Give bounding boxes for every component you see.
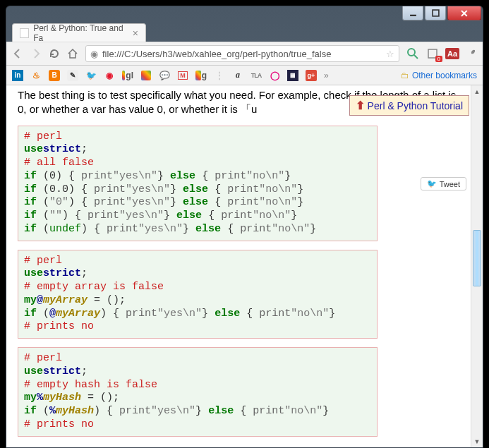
code-text: } [284,170,291,182]
code-func: print [94,196,126,208]
bookmark-gmail-icon[interactable]: M [177,70,188,81]
window-close-button[interactable]: ✕ [447,6,481,20]
bookmark-twitter-icon[interactable]: 🐦 [85,70,97,81]
code-text: } [170,183,183,195]
bookmark-google-icon[interactable] [140,70,152,81]
home-button[interactable] [67,48,78,59]
code-keyword: if [24,308,37,320]
code-string: "no\n" [284,405,322,417]
bookmarks-overflow-icon[interactable]: » [324,71,329,80]
bookmarks-bar: in ♨ B ✎ 🐦 ◉ gl 💬 M g ⋮ a TLA ◯ ▦ g+ » 🗀… [6,66,483,85]
scroll-thumb[interactable] [473,230,481,286]
code-text: } [195,405,208,417]
forward-button[interactable] [30,48,42,59]
search-icon[interactable] [406,47,419,60]
code-block-3: # perl usestrict; # empty hash is false … [18,347,378,437]
code-text: } [297,183,303,195]
code-string: "no\n" [259,183,297,195]
bookmark-flame-icon[interactable]: ♨ [30,70,42,81]
code-keyword: my [24,294,37,306]
bookmark-tla-icon[interactable]: TLA [250,70,262,81]
bookmark-pink-icon[interactable]: ◯ [269,70,280,81]
svg-point-2 [408,49,415,56]
code-keyword: else [215,308,240,320]
code-sigil: @ [37,294,43,306]
scroll-down-button[interactable]: ▼ [471,435,483,447]
code-block-2: # perl usestrict; # empty array is false… [18,250,378,339]
code-func: print [215,170,246,182]
code-text: { [221,223,240,235]
code-string: "no\n" [272,223,310,235]
code-text: } [157,170,170,182]
code-text: } [310,223,316,235]
code-text: { [202,210,221,222]
code-text: ) { [68,183,94,195]
window-maximize-button[interactable] [425,6,446,20]
window-titlebar: ✕ [6,6,483,22]
code-text: = (); [81,392,119,404]
tweet-button[interactable]: 🐦 Tweet [421,177,466,190]
code-string: "no\n" [259,196,297,208]
folder-icon: 🗀 [401,71,409,80]
aa-extension-icon[interactable]: Aa [446,47,459,60]
other-bookmarks-button[interactable]: 🗀 Other bookmarks [401,71,477,80]
browser-tab[interactable]: Perl & Python: True and Fa × [12,23,146,42]
code-text: } [322,405,329,417]
code-func: print [107,223,138,235]
code-keyword: if [24,170,37,182]
bookmark-star-icon[interactable]: ☆ [386,49,394,59]
tutorial-nav-link[interactable]: Perl & Python Tutorial [368,100,463,111]
scroll-up-button[interactable]: ▲ [471,85,483,97]
code-string: "yes\n" [119,210,164,222]
bookmark-weibo-icon[interactable]: ◉ [104,70,115,81]
code-text: } [202,308,215,320]
wrench-menu-button[interactable] [466,48,477,59]
code-text: { [208,196,227,208]
window-minimize-button[interactable] [402,6,423,20]
tutorial-nav-box[interactable]: ⬆ Perl & Python Tutorial [349,95,469,116]
code-text: } [164,210,176,222]
code-func: print [87,210,119,222]
code-text: { [240,308,259,320]
code-keyword: else [183,196,208,208]
code-func: print [126,308,157,320]
bookmark-dark-icon[interactable]: ▦ [287,70,298,81]
code-keyword: use [24,267,43,279]
code-func: print [81,170,113,182]
code-text: ( [37,210,49,222]
bookmark-livejournal-icon[interactable]: ✎ [67,70,78,81]
globe-icon: ◉ [90,49,98,59]
code-func: print [227,183,259,195]
code-block-1: # perl usestrict; # all false if (0) { p… [18,126,378,241]
svg-line-3 [414,55,418,59]
code-literal: undef [49,223,81,235]
bookmark-blogger-icon[interactable]: B [49,70,60,81]
vertical-scrollbar[interactable]: ▲ ▼ [471,85,483,447]
tweet-label: Tweet [440,180,460,188]
scroll-track[interactable] [471,97,483,435]
code-text: ) { [56,170,81,182]
code-sigil: % [37,392,43,404]
bookmark-google-gl-icon[interactable]: gl [122,70,133,81]
tab-close-icon[interactable]: × [133,28,138,38]
code-func: print [253,405,284,417]
bookmark-chat-icon[interactable]: 💬 [159,70,170,81]
code-sigil: % [49,405,56,417]
bookmark-google-g-icon[interactable]: g [195,70,207,81]
bookmark-amazon-icon[interactable]: a [232,70,243,81]
bookmark-gplus-icon[interactable]: g+ [306,70,317,81]
reload-button[interactable] [49,48,60,59]
code-func: print [94,183,126,195]
code-func: print [227,196,259,208]
url-bar[interactable]: ◉ file:///C:/Users/h3/web/xahlee_org/per… [85,45,399,62]
code-text: ; [81,365,87,377]
code-string: "yes\n" [126,196,170,208]
back-button[interactable] [12,48,23,59]
bookmark-linkedin-icon[interactable]: in [12,70,23,81]
up-arrow-icon: ⬆ [356,99,365,112]
code-text: } [297,196,303,208]
code-keyword: use [24,143,43,155]
code-var: myArray [56,308,100,320]
downloads-button[interactable]: 0 [426,47,439,60]
code-text: ; [81,267,87,279]
